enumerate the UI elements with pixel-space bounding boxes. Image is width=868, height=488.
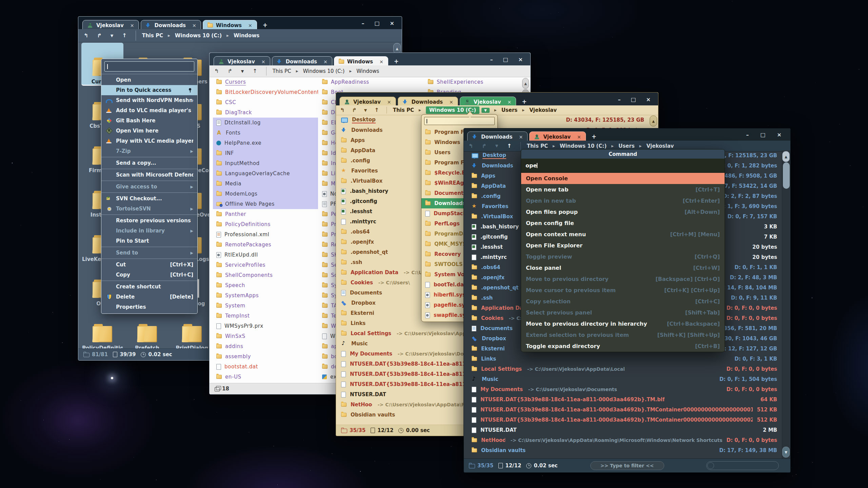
command-item-open-config-file[interactable]: Open config file [521, 218, 725, 229]
menu-item-properties[interactable]: Properties [101, 302, 197, 312]
file-row[interactable]: InputMethod [213, 158, 318, 168]
command-item-copy-selection[interactable]: Copy selection[Ctrl+C] [521, 296, 725, 307]
file-row[interactable]: Speech [213, 280, 318, 290]
file-row[interactable]: Obsidian vaultsD: 17, F: 149, 38 MB [464, 445, 782, 455]
close-button[interactable]: × [518, 56, 523, 63]
maximize-button[interactable]: □ [374, 20, 379, 26]
command-item-open-context-menu[interactable]: Open context menu[Ctrl+M] [Menu] [521, 229, 725, 240]
forward-button[interactable]: ↱ [352, 107, 356, 113]
new-tab-button[interactable]: + [592, 133, 596, 140]
scroll-up-button[interactable]: ▲ [782, 151, 790, 162]
menu-item-play-with-vlc-media-player[interactable]: Play with VLC media player [101, 136, 197, 146]
file-row[interactable]: NTUSER.DAT{53b39e88-18c4-11ea-a811-000d3… [464, 415, 782, 425]
menu-item-pin-to-quick-access[interactable]: Pin to Quick access [101, 85, 197, 95]
type-to-filter-button[interactable]: >> Type to filter << [590, 461, 664, 470]
tab-close-icon[interactable]: × [248, 23, 252, 28]
tab-close-icon[interactable]: × [130, 23, 134, 28]
tab-close-icon[interactable]: × [387, 99, 391, 105]
breadcrumb-segment[interactable]: This PC [393, 107, 414, 113]
file-row[interactable]: NTUSER.DAT{53b39e88-18c4-11ea-a811-000d3… [464, 394, 782, 405]
command-item-close-panel[interactable]: Close panel[Ctrl+W] [521, 262, 725, 273]
file-row[interactable]: Professional.xml [213, 229, 318, 240]
file-row[interactable]: PolicyDefinitions [213, 219, 318, 229]
menu-item-include-in-library[interactable]: Include in library▶ [101, 226, 197, 236]
file-row[interactable]: INF [213, 148, 318, 158]
breadcrumb-segment[interactable]: Vjekoslav [529, 107, 557, 113]
file-row[interactable]: LanguageOverlayCache [213, 168, 318, 179]
command-item-select-previous-panel[interactable]: Select previous panel[Shift+Tab] [521, 307, 725, 318]
file-row[interactable]: Fonts [213, 128, 318, 138]
breadcrumb-segment[interactable]: Windows [356, 68, 379, 74]
maximize-button[interactable]: □ [631, 96, 636, 103]
command-item-open-new-tab[interactable]: Open new tab[Ctrl+T] [521, 184, 725, 195]
file-row[interactable]: Offline Web Pages [213, 199, 318, 209]
menu-item-delete[interactable]: Delete[Delete] [101, 292, 197, 302]
command-item-toggle-expand-directory[interactable]: Toggle expand directory[Ctrl+B] [521, 341, 725, 352]
menu-item-scan-with-microsoft-defender-[interactable]: Scan with Microsoft Defender... [101, 170, 197, 180]
file-row[interactable]: en-US [213, 372, 318, 382]
breadcrumb-segment[interactable]: Users [501, 107, 518, 113]
back-button[interactable]: ↰ [214, 68, 219, 74]
forward-button[interactable]: ↱ [97, 33, 101, 38]
breadcrumb-segment[interactable]: This PC [527, 143, 548, 149]
close-button[interactable]: × [390, 20, 394, 26]
close-button[interactable]: × [777, 131, 782, 138]
file-row[interactable]: System [213, 301, 318, 311]
dropdown-filter-input[interactable] [424, 117, 495, 125]
breadcrumb-segment[interactable]: This PC [273, 68, 291, 74]
file-row[interactable]: WinSxS [213, 331, 318, 341]
command-item-move-cursor-to-previous-item[interactable]: Move cursor to previous item[Ctrl+K] [Ct… [521, 285, 725, 296]
up-button[interactable]: ↑ [374, 107, 379, 113]
breadcrumb-segment[interactable]: Users [618, 143, 635, 149]
command-item-open-files-popup[interactable]: Open files popup[Alt+Down] [521, 206, 725, 218]
file-row[interactable]: SystemApps [213, 290, 318, 301]
tab-close-icon[interactable]: × [379, 59, 383, 64]
file-row[interactable]: RemotePackages [213, 240, 318, 250]
grid-item[interactable]: Prefetch [126, 309, 168, 349]
file-row[interactable]: NTUSER.DAT{53b39e88-18c4-11ea-a811-000d3… [464, 405, 782, 415]
scroll-up-button[interactable]: ▲ [650, 116, 657, 126]
menu-item-restore-previous-versions[interactable]: Restore previous versions [101, 216, 197, 226]
file-row[interactable]: assembly [213, 351, 318, 362]
dropdown-button[interactable]: ▼ [364, 108, 367, 112]
up-button[interactable]: ↑ [122, 33, 126, 38]
scrollbar-track[interactable] [782, 150, 790, 459]
breadcrumb-segment[interactable]: Windows [234, 33, 259, 39]
new-tab-button[interactable]: + [394, 58, 399, 65]
file-row[interactable]: RtlExUpd.dll [213, 250, 318, 260]
file-row[interactable]: WMSysPr9.prx [213, 321, 318, 331]
menu-item-send-a-copy-[interactable]: Send a copy... [101, 158, 197, 168]
tab-close-icon[interactable]: × [261, 59, 265, 64]
menu-item-svn-checkout-[interactable]: SVN Checkout... [101, 194, 197, 204]
back-button[interactable]: ↰ [340, 107, 344, 113]
command-item-toggle-preview[interactable]: Toggle preview[Ctrl+Q] [521, 251, 725, 262]
file-row[interactable]: ShellExperiences [425, 77, 530, 87]
dropdown-button[interactable]: ▼ [111, 34, 113, 38]
dropdown-button[interactable]: ▼ [241, 69, 244, 73]
tab-close-icon[interactable]: × [449, 99, 453, 105]
file-row[interactable]: BitLockerDiscoveryVolumeContents [213, 87, 318, 97]
dropdown-button[interactable]: ▼ [495, 144, 498, 148]
menu-item-send-to[interactable]: Send to▶ [101, 248, 197, 258]
file-row[interactable]: CSC [213, 97, 318, 107]
file-row[interactable]: My Documents-> C:\Users\Vjekoslav\Docume… [464, 384, 782, 394]
tab-close-icon[interactable]: × [519, 134, 523, 140]
command-item-move-to-previous-directory-in-hierarchy[interactable]: Move to previous directory in hierarchy[… [521, 318, 725, 329]
command-item-open-in-new-tab[interactable]: Open in new tab[Ctrl+Enter] [521, 195, 725, 206]
file-row[interactable]: TempInst [213, 311, 318, 321]
file-row[interactable]: ShellComponents [213, 270, 318, 280]
breadcrumb-segment[interactable]: Windows 10 (C:) [175, 33, 222, 39]
file-row[interactable]: NTUSER.DAT2 MB [464, 425, 782, 435]
command-item-extend-selection-to-previous-item[interactable]: Extend selection to previous item[Shift+… [521, 329, 725, 341]
up-button[interactable]: ↑ [253, 68, 257, 74]
maximize-button[interactable]: □ [760, 131, 765, 138]
grid-item[interactable]: PrintDialog [171, 309, 213, 349]
scrollbar-thumb[interactable] [783, 162, 790, 189]
file-row[interactable]: AppReadiness [319, 77, 424, 87]
tab-close-icon[interactable]: × [192, 23, 196, 28]
file-row[interactable]: Local Settings-> C:\Users\Vjekoslav\AppD… [464, 364, 782, 374]
menu-item-git-bash-here[interactable]: Git Bash Here [101, 116, 197, 126]
minimize-button[interactable]: – [746, 131, 749, 138]
file-row[interactable]: ModemLogs [213, 189, 318, 199]
up-button[interactable]: ↑ [507, 143, 511, 149]
